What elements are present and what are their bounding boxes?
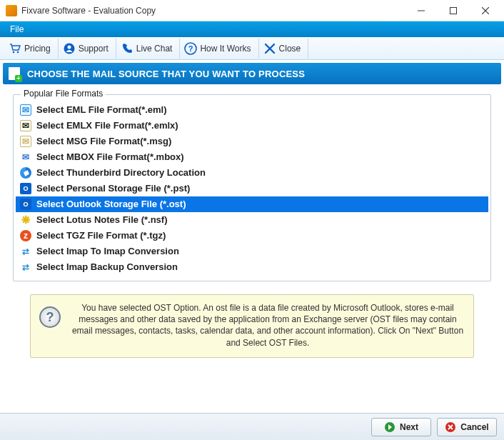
cancel-label: Cancel (460, 422, 488, 432)
pst-icon: O (20, 183, 31, 194)
menubar: File (0, 21, 504, 37)
format-label: Select MBOX File Format(*.mbox) (36, 151, 184, 163)
format-option-thunderbird[interactable]: Select Thunderbird Directory Location (16, 165, 488, 181)
group-legend: Popular File Formats (21, 89, 106, 99)
tgz-icon: z (20, 230, 31, 241)
format-option-pst[interactable]: O Select Personal Storage File (*.pst) (16, 181, 488, 196)
svg-point-4 (13, 51, 15, 53)
imap-icon: ⇄ (20, 246, 31, 257)
format-option-msg[interactable]: ✉ Select MSG File Format(*.msg) (16, 134, 488, 149)
next-arrow-icon (384, 421, 395, 433)
format-label: Select Lotus Notes File (*.nsf) (36, 214, 167, 226)
format-option-imap-to-imap[interactable]: ⇄ Select Imap To Imap Conversion (16, 244, 488, 259)
format-label: Select Outlook Storage File (*.ost) (36, 199, 186, 210)
format-option-eml[interactable]: ✉ Select EML File Format(*.eml) (16, 102, 488, 118)
content-area: Popular File Formats ✉ Select EML File F… (0, 84, 504, 362)
cart-icon (9, 42, 21, 55)
msg-icon: ✉ (20, 136, 31, 147)
svg-text:?: ? (188, 44, 193, 53)
format-label: Select Thunderbird Directory Location (36, 167, 206, 179)
section-header: CHOOSE THE MAIL SOURCE THAT YOU WANT TO … (3, 63, 501, 84)
format-option-emlx[interactable]: ✉ Select EMLX File Format(*.emlx) (16, 118, 488, 134)
section-title: CHOOSE THE MAIL SOURCE THAT YOU WANT TO … (27, 69, 305, 79)
emlx-icon: ✉ (20, 120, 31, 131)
next-button[interactable]: Next (371, 418, 431, 436)
format-label: Select EMLX File Format(*.emlx) (36, 120, 178, 131)
pricing-button[interactable]: Pricing (4, 39, 59, 59)
footer-bar: Next Cancel (0, 413, 504, 440)
toolbar: Pricing Support Live Chat ? How It Works… (0, 37, 504, 60)
headset-icon (63, 42, 76, 55)
support-button[interactable]: Support (59, 39, 116, 59)
close-label: Close (279, 44, 301, 54)
nsf-icon: ❋ (20, 214, 31, 226)
close-button[interactable]: Close (259, 39, 309, 59)
svg-rect-1 (450, 7, 456, 14)
format-option-ost[interactable]: O Select Outlook Storage File (*.ost) (16, 196, 488, 212)
format-label: Select Imap To Imap Conversion (36, 246, 179, 257)
maximize-button[interactable] (437, 1, 469, 21)
format-option-mbox[interactable]: ✉ Select MBOX File Format(*.mbox) (16, 149, 488, 165)
format-label: Select Imap Backup Conversion (36, 261, 178, 273)
eml-icon: ✉ (20, 104, 31, 116)
mbox-icon: ✉ (20, 151, 31, 163)
how-label: How It Works (200, 44, 251, 54)
imap-backup-icon: ⇄ (20, 261, 31, 273)
format-option-tgz[interactable]: z Select TGZ File Format (*.tgz) (16, 228, 488, 244)
window-controls (405, 1, 501, 21)
format-label: Select Personal Storage File (*.pst) (36, 183, 190, 194)
format-label: Select MSG File Format(*.msg) (36, 136, 171, 147)
svg-point-7 (67, 45, 71, 49)
new-doc-icon (9, 67, 20, 80)
format-label: Select TGZ File Format (*.tgz) (36, 230, 166, 241)
window-title: Fixvare Software - Evaluation Copy (21, 6, 405, 16)
menu-file[interactable]: File (4, 23, 29, 36)
format-option-nsf[interactable]: ❋ Select Lotus Notes File (*.nsf) (16, 212, 488, 228)
livechat-label: Live Chat (136, 44, 173, 54)
cancel-button[interactable]: Cancel (437, 418, 497, 436)
next-label: Next (400, 422, 418, 432)
thunderbird-icon (20, 167, 31, 179)
titlebar: Fixvare Software - Evaluation Copy (0, 0, 504, 21)
support-label: Support (79, 44, 109, 54)
pricing-label: Pricing (24, 44, 51, 54)
phone-icon (121, 42, 133, 55)
info-text: You have selected OST Option. An ost fil… (71, 302, 465, 349)
info-panel: ? You have selected OST Option. An ost f… (30, 294, 474, 358)
livechat-button[interactable]: Live Chat (116, 39, 181, 59)
svg-point-5 (17, 51, 19, 53)
question-icon: ? (184, 42, 197, 55)
how-it-works-button[interactable]: ? How It Works (180, 39, 258, 59)
close-window-button[interactable] (469, 1, 501, 21)
formats-groupbox: Popular File Formats ✉ Select EML File F… (13, 94, 491, 281)
ost-icon: O (20, 199, 31, 210)
app-icon (6, 5, 17, 16)
minimize-button[interactable] (405, 1, 437, 21)
x-icon (263, 42, 276, 55)
format-option-imap-backup[interactable]: ⇄ Select Imap Backup Conversion (16, 259, 488, 275)
help-icon: ? (39, 306, 61, 328)
format-label: Select EML File Format(*.eml) (36, 104, 167, 116)
cancel-icon (445, 421, 456, 433)
